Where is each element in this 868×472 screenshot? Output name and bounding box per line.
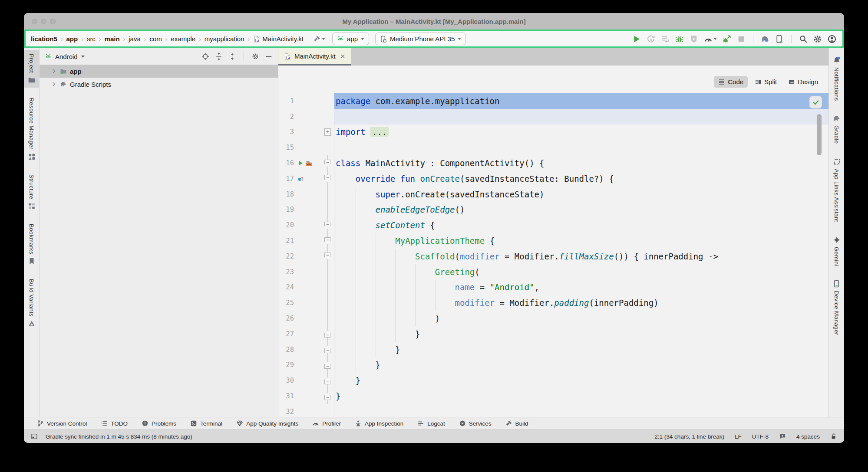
run-with-coverage-button[interactable] xyxy=(690,35,698,43)
fold-collapse-icon[interactable]: − xyxy=(324,393,331,400)
code-text[interactable] xyxy=(334,140,828,155)
apply-code-changes-button[interactable] xyxy=(661,35,670,43)
view-mode-design[interactable]: Design xyxy=(784,76,822,88)
expand-all-icon[interactable] xyxy=(215,52,223,60)
gradle-sync-button[interactable] xyxy=(761,35,769,43)
code-text[interactable]: } xyxy=(334,342,828,357)
code-text[interactable]: enableEdgeToEdge() xyxy=(334,202,828,218)
tool-window-button-build-variants[interactable]: Build Variants xyxy=(24,275,39,331)
compose-icon[interactable]: <> xyxy=(305,159,313,167)
code-text[interactable]: MyApplicationTheme { xyxy=(334,233,828,249)
breadcrumb-item-mainactivity-kt[interactable]: MainActivity.kt xyxy=(252,34,304,43)
run-button[interactable] xyxy=(632,35,641,43)
fold-collapse-icon[interactable]: − xyxy=(324,377,331,384)
code-text[interactable]: Scaffold(modifier = Modifier.fillMaxSize… xyxy=(334,249,828,264)
breadcrumb-item-main[interactable]: main xyxy=(104,34,121,43)
code-text[interactable]: super.onCreate(savedInstanceState) xyxy=(334,187,828,202)
fold-collapse-icon[interactable]: − xyxy=(324,361,331,369)
tool-window-button-gemini[interactable]: Gemini xyxy=(829,232,844,270)
hide-panel-icon[interactable] xyxy=(265,52,273,60)
encoding-widget[interactable]: UTF-8 xyxy=(752,433,769,440)
tool-window-button-terminal[interactable]: Terminal xyxy=(190,420,222,427)
caret-position-widget[interactable]: 2:1 (34 chars, 1 line break) xyxy=(654,433,724,440)
code-text[interactable]: } xyxy=(334,357,828,373)
chevron-right-icon[interactable] xyxy=(51,68,57,74)
zoom-window-button[interactable] xyxy=(50,19,56,24)
fold-collapse-icon[interactable]: − xyxy=(324,175,331,182)
code-text[interactable]: ) xyxy=(334,311,828,326)
code-text[interactable]: } xyxy=(334,388,828,404)
tool-window-button-device-manager[interactable]: Device Manager xyxy=(829,276,844,339)
code-text[interactable]: } xyxy=(334,373,828,388)
tool-window-button-problems[interactable]: Problems xyxy=(142,420,176,427)
tool-window-button-todo[interactable]: TODO xyxy=(101,420,128,427)
close-window-button[interactable] xyxy=(32,19,37,24)
lock-open-icon[interactable] xyxy=(830,433,837,440)
tool-window-button-build[interactable]: Build xyxy=(505,420,528,427)
code-text[interactable]: package com.example.myapplication xyxy=(334,93,828,109)
apply-changes-restart-activity-button[interactable]: A xyxy=(647,35,655,43)
device-select[interactable]: Medium Phone API 35 xyxy=(375,33,466,45)
tool-window-button-services[interactable]: Services xyxy=(459,420,492,427)
code-text[interactable]: import ... xyxy=(334,125,828,140)
code-text[interactable] xyxy=(334,404,828,417)
fold-collapse-icon[interactable]: − xyxy=(324,330,331,338)
breadcrumb-item-example[interactable]: example xyxy=(170,34,196,43)
tool-window-button-gradle[interactable]: Gradle xyxy=(829,111,844,148)
view-mode-code[interactable]: Code xyxy=(714,76,748,88)
breadcrumb-item-app[interactable]: app xyxy=(66,34,79,43)
settings-gear-button[interactable] xyxy=(813,35,822,43)
build-menu-button[interactable] xyxy=(313,35,325,43)
tool-window-button-app-inspection[interactable]: App Inspection xyxy=(355,420,403,427)
tool-window-button-app-quality-insights[interactable]: App Quality Insights xyxy=(236,420,298,427)
override-icon[interactable] xyxy=(297,176,304,182)
breadcrumb-item-myapplication[interactable]: myapplication xyxy=(204,34,245,43)
profiler-button[interactable] xyxy=(704,35,717,43)
close-tab-icon[interactable]: ✕ xyxy=(340,52,346,60)
stop-button[interactable] xyxy=(737,35,746,43)
inspections-status-badge[interactable] xyxy=(809,96,822,108)
fold-collapse-icon[interactable]: − xyxy=(324,222,331,229)
breadcrumb-item-lication5[interactable]: lication5 xyxy=(30,34,58,43)
tool-window-button-project[interactable]: Project xyxy=(24,50,39,88)
tool-window-button-bookmarks[interactable]: Bookmarks xyxy=(24,220,39,269)
chevron-right-icon[interactable] xyxy=(51,81,57,87)
tree-item-gradle-scripts[interactable]: Gradle Scripts xyxy=(40,78,278,91)
tab-mainactivity-kt[interactable]: MainActivity.kt ✕ xyxy=(278,48,351,66)
view-mode-split[interactable]: Split xyxy=(750,76,781,88)
run-configuration-select[interactable]: app xyxy=(332,33,369,45)
device-manager-button[interactable] xyxy=(775,35,784,43)
breadcrumb-item-java[interactable]: java xyxy=(128,34,142,43)
breadcrumb-item-src[interactable]: src xyxy=(86,34,96,43)
search-everywhere-button[interactable] xyxy=(799,35,808,43)
window-layout-icon[interactable] xyxy=(31,433,38,440)
editor-scrollbar[interactable] xyxy=(817,114,822,155)
collapse-all-icon[interactable] xyxy=(228,52,236,60)
code-text[interactable]: name = "Android", xyxy=(334,280,828,295)
fold-collapse-icon[interactable]: − xyxy=(324,252,331,260)
breadcrumb-item-com[interactable]: com xyxy=(149,34,162,43)
tool-window-button-profiler[interactable]: Profiler xyxy=(312,420,341,427)
code-text[interactable]: class MainActivity : ComponentActivity()… xyxy=(334,155,828,171)
attach-debugger-button[interactable] xyxy=(723,35,731,43)
run-line-icon[interactable] xyxy=(297,160,304,166)
code-text[interactable] xyxy=(334,109,828,125)
fold-expand-icon[interactable]: + xyxy=(324,128,331,136)
line-ending-widget[interactable]: LF xyxy=(735,433,742,440)
fold-collapse-icon[interactable]: − xyxy=(324,346,331,353)
account-avatar-button[interactable] xyxy=(828,35,836,43)
project-view-selector[interactable]: Android xyxy=(55,53,78,60)
code-text[interactable]: } xyxy=(334,326,828,342)
code-text[interactable]: Greeting( xyxy=(334,264,828,280)
tool-window-button-version-control[interactable]: Version Control xyxy=(37,420,87,427)
debug-button[interactable] xyxy=(675,35,684,43)
indent-widget[interactable]: 4 spaces xyxy=(796,433,820,440)
tool-window-button-app-links-assistant[interactable]: App Links Assistant xyxy=(829,154,844,226)
minimize-window-button[interactable] xyxy=(41,19,46,24)
tool-window-button-logcat[interactable]: Logcat xyxy=(417,420,445,427)
tool-window-button-notifications[interactable]: Notifications xyxy=(829,52,844,105)
chevron-down-icon[interactable] xyxy=(81,56,85,58)
code-text[interactable]: setContent { xyxy=(334,217,828,233)
notifications-bubble-icon[interactable] xyxy=(779,433,786,440)
locate-file-icon[interactable] xyxy=(201,52,209,60)
